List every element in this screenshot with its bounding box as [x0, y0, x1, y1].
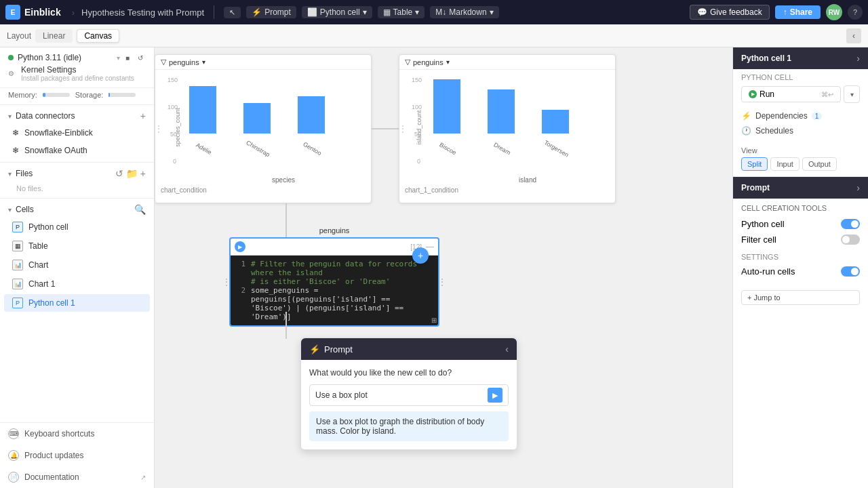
jump-to-label: + Jump to	[747, 293, 781, 302]
chart2-dropdown-icon: ▾	[446, 58, 450, 66]
right-panel-close-icon[interactable]: ›	[856, 53, 860, 64]
kernel-status-dot	[8, 55, 14, 60]
run-button[interactable]: ▶ Run ⌘↩	[741, 86, 841, 102]
filter2-icon: ▽	[405, 58, 410, 66]
sidebar-item-python-cell-1[interactable]: P Python cell 1	[4, 294, 150, 312]
refresh-files-button[interactable]: ↺	[115, 168, 123, 179]
prompt-suggestion[interactable]: Use a box plot to graph the distribution…	[309, 411, 509, 441]
kernel-stop-button[interactable]: ■	[123, 54, 132, 62]
logo[interactable]: E Einblick	[5, 5, 61, 20]
chart1-x-label: species	[176, 176, 391, 184]
sidebar-item-python-cell[interactable]: P Python cell	[4, 218, 150, 236]
filter-cell-toggle[interactable]	[841, 235, 860, 245]
chart-icon: 📊	[12, 260, 23, 270]
schedules-item[interactable]: 🕐 Schedules	[741, 123, 860, 138]
cell-creation-tools-label: Cell Creation Tools	[741, 204, 860, 212]
collapse-sidebar-button[interactable]: ‹	[846, 28, 861, 43]
chart1-drag-handle[interactable]: ⋮	[155, 123, 163, 134]
view-label: View	[733, 144, 868, 157]
connector-snowflake-einblick[interactable]: ❄ Snowflake-Einblick	[4, 125, 150, 141]
snowflake-icon: ❄	[12, 128, 19, 138]
code-editor[interactable]: 1 # Filter the penguin data for records …	[231, 256, 438, 325]
sidebar-item-table[interactable]: ▦ Table	[4, 237, 150, 255]
memory-fill	[43, 93, 45, 97]
markdown-chevron-icon: ▾	[490, 7, 494, 17]
memory-label: Memory:	[8, 91, 37, 99]
code-line-2: 2 some_penguins = penguins[(penguins['is…	[235, 286, 434, 304]
data-connectors-title: Data connectors	[16, 111, 75, 121]
toggle-knob-filter	[842, 236, 850, 243]
linear-button[interactable]: Linear	[35, 29, 73, 43]
settings-section-label: Settings	[741, 253, 860, 261]
run-dropdown[interactable]: ▾	[844, 85, 860, 103]
chart1-header: ▽ penguins ▾	[155, 55, 371, 70]
einblick-logo: E	[5, 5, 20, 20]
add-cell-button[interactable]: +	[412, 247, 429, 264]
product-updates-item[interactable]: 🔔 Product updates	[0, 445, 154, 466]
add-connector-button[interactable]: +	[140, 110, 146, 121]
add-file-button[interactable]: +	[140, 168, 146, 179]
python-cell-toggle[interactable]	[841, 219, 860, 229]
line-num-2: 2	[235, 286, 245, 304]
prompt-input[interactable]	[315, 390, 484, 400]
cell-minimize-icon[interactable]: —	[426, 242, 434, 251]
code-cell[interactable]: penguins ▶ [12] — 1 # Filter the penguin…	[229, 237, 439, 327]
search-cells-button[interactable]: 🔍	[134, 204, 146, 215]
prompt-send-button[interactable]: ▶	[488, 388, 502, 403]
nav-sep1: ›	[72, 7, 75, 18]
avatar[interactable]: RW	[826, 4, 842, 20]
memory-bar	[43, 93, 70, 97]
chart2-svg: Biscoe Dream Torgersen	[420, 73, 596, 167]
keyboard-shortcuts-item[interactable]: ⌨ Keyboard shortcuts	[0, 423, 154, 445]
right-panel-header: Python cell 1 ›	[733, 47, 868, 69]
give-feedback-button[interactable]: 💬 Give feedback	[690, 5, 770, 20]
right-panel-title: Python cell 1	[741, 54, 791, 63]
table-cell-icon: ▦	[12, 241, 23, 251]
auto-run-toggle[interactable]	[841, 266, 860, 277]
divider1	[0, 104, 154, 105]
code-cell-resize[interactable]: ⊞	[431, 317, 437, 324]
canvas-button[interactable]: Canvas	[77, 29, 119, 43]
dependencies-icon: ⚡	[741, 111, 751, 121]
python-cell-toggle-row: Python cell	[741, 216, 860, 232]
sidebar-item-chart1[interactable]: 📊 Chart 1	[4, 275, 150, 293]
data-connectors-header: ▾ Data connectors +	[0, 108, 154, 124]
markdown-pill[interactable]: M↓ Markdown ▾	[430, 6, 498, 18]
kernel-settings-label[interactable]: Kernel Settings	[21, 65, 134, 75]
help-button[interactable]: ?	[848, 5, 863, 20]
share-button[interactable]: ↑ Share	[775, 5, 821, 19]
python-cell-pill[interactable]: ⬜ Python cell ▾	[302, 6, 372, 18]
chart1-y-label: species_count	[174, 108, 181, 147]
cells-title: Cells	[16, 205, 34, 214]
cursor-tool[interactable]: ↖	[224, 7, 241, 18]
split-view-button[interactable]: Split	[741, 157, 768, 171]
sidebar-item-chart[interactable]: 📊 Chart	[4, 256, 150, 274]
documentation-item[interactable]: 📄 Documentation ↗	[0, 466, 154, 488]
code-cell-drag-left[interactable]: ⋮	[222, 277, 231, 287]
prompt-panel-chevron[interactable]: ›	[856, 182, 860, 193]
output-view-button[interactable]: Output	[802, 157, 837, 171]
add-folder-button[interactable]: 📁	[126, 168, 138, 179]
chart2-drag-handle[interactable]: ⋮	[398, 123, 408, 134]
chart-card-species[interactable]: ▽ penguins ▾ species_count 150 100 50 0	[155, 54, 372, 203]
input-view-button[interactable]: Input	[770, 157, 799, 171]
kernel-restart-button[interactable]: ↺	[135, 54, 146, 62]
files-toggle[interactable]: ▾ Files	[8, 169, 33, 178]
storage-bar	[108, 93, 136, 97]
prompt-close-button[interactable]: ‹	[505, 344, 509, 354]
cells-toggle[interactable]: ▾ Cells	[8, 205, 34, 214]
feedback-label: Give feedback	[710, 7, 762, 17]
updates-icon: 🔔	[8, 450, 19, 461]
cell-label-3: Chart 1	[28, 279, 55, 289]
code-cell-drag-right[interactable]: ⋮	[438, 277, 446, 287]
table-pill[interactable]: ▦ Table ▾	[378, 6, 425, 18]
dependencies-item[interactable]: ⚡ Dependencies 1	[741, 108, 860, 123]
chart-card-island[interactable]: ▽ penguins ▾ island_count 150 100 50 0 B…	[399, 54, 616, 203]
doc-title[interactable]: Hypothesis Testing with Prompt	[81, 7, 204, 18]
prompt-pill[interactable]: ⚡ Prompt	[246, 6, 296, 18]
jump-to-button[interactable]: + Jump to	[741, 290, 860, 305]
connector-snowflake-oauth[interactable]: ❄ Snowflake OAuth	[4, 142, 150, 159]
data-connectors-toggle[interactable]: ▾ Data connectors	[8, 111, 75, 121]
code-run-button[interactable]: ▶	[235, 241, 245, 252]
prompt-panel-header: Prompt ›	[733, 177, 868, 199]
